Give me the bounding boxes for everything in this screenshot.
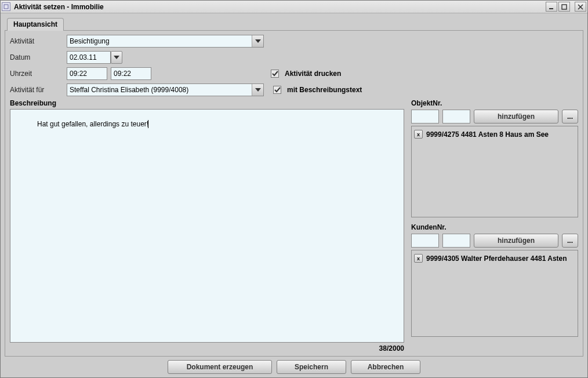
- kunden-add-row: hinzufügen ...: [411, 234, 578, 248]
- list-item-text: 9999/4275 4481 Asten 8 Haus am See: [426, 130, 549, 139]
- beschreibung-textarea[interactable]: Hat gut gefallen, allerdings zu teuer!: [10, 109, 404, 343]
- close-button[interactable]: [575, 2, 586, 12]
- datum-field[interactable]: [67, 51, 122, 64]
- svg-rect-1: [549, 8, 553, 9]
- row-aktivitaet-fuer: Aktivität für Steffal Christina Elisabet…: [10, 83, 578, 97]
- svg-rect-2: [562, 5, 567, 9]
- row-datum: Datum: [10, 50, 578, 64]
- label-beschreibungstext: mit Beschreibungstext: [287, 86, 362, 94]
- label-objektnr: ObjektNr.: [411, 99, 578, 107]
- label-datum: Datum: [10, 53, 63, 61]
- list-item[interactable]: x 9999/4275 4481 Asten 8 Haus am See: [414, 129, 575, 140]
- objekt-num1-input[interactable]: [411, 110, 439, 123]
- label-uhrzeit: Uhrzeit: [10, 70, 63, 78]
- columns: Beschreibung Hat gut gefallen, allerding…: [10, 99, 578, 352]
- tabstrip: Hauptansicht: [5, 18, 583, 31]
- window: Aktivität setzen - Immobilie Hauptansich…: [0, 0, 588, 378]
- main-panel: Aktivität Besichtigung Datum: [5, 30, 583, 357]
- remove-item-button[interactable]: x: [414, 254, 423, 263]
- aktivitaet-dropdown[interactable]: Besichtigung: [67, 35, 264, 48]
- objekt-browse-button[interactable]: ...: [562, 110, 578, 123]
- tab-hauptansicht[interactable]: Hauptansicht: [7, 18, 64, 31]
- kunden-listbox[interactable]: x 9999/4305 Walter Pferdehauser 4481 Ast…: [411, 250, 578, 337]
- svg-rect-0: [4, 5, 8, 9]
- dokument-erzeugen-button[interactable]: Dokument erzeugen: [168, 360, 272, 374]
- kunden-hinzufuegen-button[interactable]: hinzufügen: [474, 234, 558, 248]
- kunden-num2-input[interactable]: [442, 234, 470, 248]
- label-kundennr: KundenNr.: [411, 223, 578, 231]
- maximize-button[interactable]: [558, 2, 570, 12]
- objekt-add-row: hinzufügen ...: [411, 110, 578, 123]
- row-uhrzeit: Uhrzeit Aktivität drucken: [10, 67, 578, 81]
- list-item[interactable]: x 9999/4305 Walter Pferdehauser 4481 Ast…: [414, 253, 575, 264]
- form-area: Aktivität Besichtigung Datum: [10, 34, 578, 97]
- x-icon: x: [417, 132, 420, 137]
- chevron-down-icon[interactable]: [252, 84, 263, 96]
- window-title: Aktivität setzen - Immobilie: [14, 3, 546, 11]
- app-icon: [2, 2, 10, 11]
- row-aktivitaet: Aktivität Besichtigung: [10, 34, 578, 48]
- client-area: Hauptansicht Aktivität Besichtigung Datu…: [1, 13, 587, 377]
- text-cursor: [148, 120, 148, 128]
- objekt-num2-input[interactable]: [442, 110, 470, 123]
- aktivitaet-fuer-value: Steffal Christina Elisabeth (9999/4008): [70, 86, 188, 94]
- remove-item-button[interactable]: x: [414, 130, 423, 139]
- uhrzeit-to-input[interactable]: [111, 67, 151, 80]
- aktivitaet-value: Besichtigung: [70, 37, 110, 45]
- x-icon: x: [417, 256, 420, 261]
- abbrechen-button[interactable]: Abbrechen: [351, 360, 420, 374]
- kunden-browse-button[interactable]: ...: [562, 234, 578, 248]
- minimize-button[interactable]: [546, 2, 557, 12]
- speichern-button[interactable]: Speichern: [277, 360, 346, 374]
- objekt-listbox[interactable]: x 9999/4275 4481 Asten 8 Haus am See: [411, 126, 578, 217]
- column-right: ObjektNr. hinzufügen ... x 9999/4275 448…: [411, 99, 578, 352]
- label-aktivitaet-fuer: Aktivität für: [10, 86, 63, 94]
- beschreibung-text: Hat gut gefallen, allerdings zu teuer!: [37, 120, 148, 128]
- window-controls: [546, 2, 586, 12]
- checkbox-beschreibungstext[interactable]: [273, 86, 281, 94]
- column-left: Beschreibung Hat gut gefallen, allerding…: [10, 99, 404, 352]
- label-beschreibung: Beschreibung: [10, 99, 404, 107]
- titlebar: Aktivität setzen - Immobilie: [1, 1, 587, 13]
- objekt-hinzufuegen-button[interactable]: hinzufügen: [474, 110, 558, 123]
- aktivitaet-fuer-dropdown[interactable]: Steffal Christina Elisabeth (9999/4008): [67, 83, 264, 96]
- label-drucken: Aktivität drucken: [285, 70, 341, 78]
- list-item-text: 9999/4305 Walter Pferdehauser 4481 Asten: [426, 255, 567, 263]
- datum-dropdown-button[interactable]: [111, 51, 122, 64]
- uhrzeit-from-input[interactable]: [67, 67, 107, 80]
- char-counter: 38/2000: [10, 344, 404, 352]
- checkbox-drucken[interactable]: [271, 70, 279, 78]
- chevron-down-icon[interactable]: [252, 35, 263, 47]
- footer-buttons: Dokument erzeugen Speichern Abbrechen: [5, 357, 583, 375]
- label-aktivitaet: Aktivität: [10, 37, 63, 45]
- datum-input[interactable]: [67, 51, 111, 64]
- kunden-num1-input[interactable]: [411, 234, 439, 248]
